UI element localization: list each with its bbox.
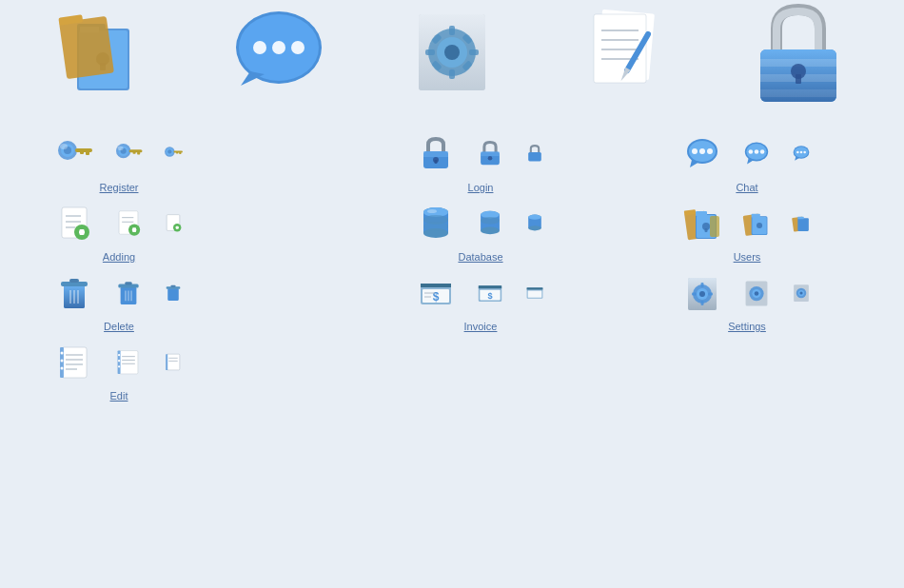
edit-label: Edit — [110, 390, 128, 402]
svg-point-179 — [755, 291, 759, 296]
svg-point-192 — [61, 367, 64, 370]
users-label: Users — [734, 251, 761, 263]
svg-point-117 — [481, 217, 500, 225]
edit-group: Edit — [29, 342, 209, 402]
svg-point-49 — [60, 144, 68, 149]
svg-rect-174 — [692, 293, 697, 296]
users-large-svg — [53, 0, 158, 105]
users-md2-icon — [741, 207, 772, 238]
users-sm2-icon — [791, 212, 812, 233]
adding-icons — [54, 203, 184, 243]
settings-lg2-icon — [682, 272, 722, 312]
svg-point-13 — [291, 41, 305, 54]
svg-point-80 — [749, 149, 754, 154]
login-icons — [416, 133, 545, 173]
svg-rect-101 — [132, 228, 137, 230]
chat-md2-icon — [741, 138, 772, 168]
svg-rect-54 — [137, 151, 140, 155]
adding-label: Adding — [103, 251, 135, 263]
svg-rect-22 — [469, 49, 479, 55]
invoice-icons: $ $ — [416, 272, 545, 312]
settings-large-svg — [400, 0, 504, 105]
svg-rect-48 — [80, 150, 84, 154]
database-label: Database — [458, 251, 502, 263]
svg-point-75 — [699, 148, 705, 154]
svg-rect-40 — [760, 89, 836, 97]
svg-rect-6 — [59, 16, 114, 79]
settings-label: Settings — [728, 321, 766, 332]
svg-point-198 — [118, 354, 120, 356]
settings-sm2-icon — [791, 282, 812, 303]
invoice-sm-icon — [524, 282, 545, 303]
delete-label: Delete — [104, 321, 134, 332]
note-add-lg-icon — [54, 203, 94, 243]
svg-rect-175 — [708, 293, 713, 296]
svg-rect-193 — [119, 351, 138, 374]
lock-large-svg — [746, 0, 851, 105]
svg-rect-184 — [62, 347, 87, 378]
svg-point-82 — [760, 149, 765, 154]
svg-rect-70 — [528, 152, 541, 161]
svg-rect-172 — [701, 283, 704, 287]
invoice-label: Invoice — [464, 321, 498, 332]
chat-large-icon — [203, 0, 355, 105]
svg-point-199 — [118, 360, 120, 362]
lock-large-icon — [722, 0, 875, 105]
chat-icons — [682, 133, 812, 173]
trash-sm-icon — [163, 282, 184, 303]
edit-icons — [54, 342, 184, 382]
edit-lg-icon — [54, 342, 94, 382]
svg-point-76 — [707, 148, 713, 154]
register-icons — [54, 133, 184, 173]
svg-rect-20 — [449, 69, 455, 79]
svg-point-69 — [488, 156, 493, 161]
svg-point-190 — [61, 352, 64, 355]
users-large-icon — [29, 0, 182, 105]
settings-large-icon — [376, 0, 528, 105]
settings-icons — [682, 272, 812, 312]
delete-group: Delete — [29, 272, 209, 332]
svg-point-74 — [692, 148, 698, 154]
note-add-md-icon — [113, 207, 144, 238]
svg-rect-64 — [423, 151, 448, 157]
login-group: Login — [390, 133, 571, 193]
key-large-icon — [54, 133, 94, 173]
chat-lg2-icon — [682, 133, 722, 173]
users-group: Users — [657, 203, 837, 263]
svg-point-87 — [800, 151, 803, 154]
svg-rect-147 — [125, 282, 132, 284]
edit-md-icon — [113, 346, 144, 377]
lock-sm2-icon — [524, 143, 545, 164]
svg-point-56 — [118, 146, 124, 150]
login-label: Login — [468, 182, 494, 193]
register-label: Register — [100, 182, 139, 193]
trash-lg-icon — [54, 272, 94, 312]
users-icons — [682, 203, 812, 243]
svg-rect-201 — [167, 354, 180, 370]
svg-rect-137 — [797, 217, 803, 220]
svg-rect-60 — [174, 150, 183, 152]
large-icons-row — [0, 0, 904, 105]
row1-icons: Register Login — [0, 133, 904, 193]
svg-rect-42 — [796, 74, 801, 84]
svg-rect-66 — [435, 160, 438, 164]
svg-rect-151 — [167, 288, 179, 301]
svg-text:$: $ — [433, 290, 440, 304]
settings-md2-icon — [741, 277, 772, 307]
svg-rect-61 — [179, 151, 181, 154]
svg-point-86 — [796, 151, 799, 154]
svg-rect-55 — [133, 151, 136, 154]
svg-rect-19 — [449, 26, 455, 35]
svg-point-11 — [253, 41, 266, 54]
users-lg2-icon — [682, 203, 722, 243]
key-small-icon — [163, 143, 184, 164]
register-group: Register — [29, 133, 209, 193]
svg-point-183 — [799, 291, 802, 294]
notes-large-icon — [549, 0, 701, 105]
adding-group: Adding — [29, 203, 209, 263]
settings-group: Settings — [657, 272, 837, 332]
invoice-md-icon: $ — [475, 277, 505, 307]
svg-rect-62 — [176, 151, 178, 153]
svg-rect-155 — [421, 284, 451, 287]
svg-point-111 — [423, 222, 448, 231]
